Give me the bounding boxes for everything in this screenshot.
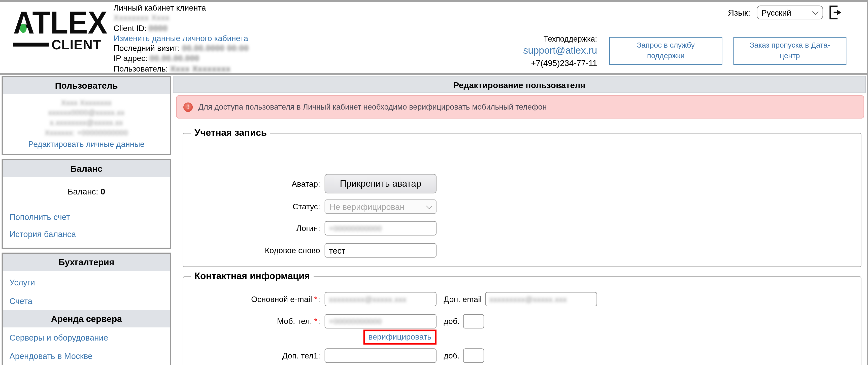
status-selected-value: Не верифицирован	[330, 202, 404, 211]
mobile-ext-input[interactable]	[463, 314, 484, 329]
ip-value: 00.00.00.000	[150, 54, 199, 63]
avatar-label: Аватар:	[189, 179, 325, 188]
user-line: Пользователь: Xxxx Xxxxxxxx	[114, 63, 249, 73]
email-value-blurred: xxxxxxxxx@xxxxx.xxx	[329, 295, 406, 303]
email-label-text: Основной e-mail	[251, 295, 312, 304]
phone1-label: Доп. тел1:	[189, 351, 325, 360]
balance-line: Баланс: 0	[8, 187, 164, 196]
account-fieldset: Учетная запись Аватар: Прикрепить аватар…	[183, 127, 862, 267]
sidebar-item-services[interactable]: Услуги	[9, 278, 164, 287]
mobile-label-text: Моб. тел.	[277, 317, 312, 326]
language-row: Язык: Русский	[728, 5, 841, 20]
codeword-input[interactable]	[325, 243, 436, 257]
login-input[interactable]: +00000000000	[325, 221, 436, 235]
email-row: Основной e-mail*: xxxxxxxxx@xxxxx.xxx До…	[189, 292, 856, 306]
chevron-down-icon	[812, 8, 818, 15]
sidebar-item-topup[interactable]: Пополнить счет	[9, 212, 164, 221]
colon: :	[318, 317, 320, 326]
support-email-link[interactable]: support@atlex.ru	[523, 45, 597, 56]
main-content: Редактирование пользователя ! Для доступ…	[173, 76, 866, 365]
login-label: Логин:	[189, 224, 325, 233]
user-panel-title: Пользователь	[3, 77, 170, 94]
edit-cabinet-link[interactable]: Изменить данные личного кабинета	[114, 34, 248, 42]
mobile-input[interactable]: +00000000000	[325, 314, 436, 329]
language-label: Язык:	[728, 7, 750, 18]
add-email-label: Доп. email	[443, 295, 482, 304]
rent-section-title: Аренда сервера	[3, 310, 170, 328]
verify-link[interactable]: верифицировать	[368, 332, 431, 341]
sidebar-item-servers[interactable]: Серверы и оборудование	[9, 333, 164, 342]
edit-personal-data-link[interactable]: Редактировать личные данные	[6, 140, 167, 148]
warning-icon: !	[183, 102, 193, 112]
logo-text: ATLEX	[13, 5, 107, 40]
account-legend: Учетная запись	[191, 127, 270, 139]
add-email-value-blurred: xxxxxxxxx@xxxxx.xxx	[489, 295, 567, 303]
portal-title: Личный кабинет клиента	[114, 3, 249, 13]
email-label: Основной e-mail*:	[189, 295, 325, 304]
user-email2-blurred: x.xxxxxxxx@xxxxx.xx	[6, 118, 167, 128]
datacenter-pass-button[interactable]: Заказ пропуска в Дата-центр	[734, 37, 846, 65]
sidebar-panel-balance: Баланс Баланс: 0 Пополнить счет История …	[2, 159, 171, 249]
user-value: Xxxx Xxxxxxxx	[170, 64, 230, 73]
balance-value: 0	[100, 187, 105, 196]
support-block: Техподдержка: support@atlex.ru +7(495)23…	[523, 34, 597, 67]
codeword-label: Кодовое слово	[189, 246, 325, 255]
sidebar-item-invoices[interactable]: Счета	[9, 297, 164, 306]
sidebar-panel-accounting: Бухгалтерия Услуги Счета Аренда сервера …	[2, 253, 171, 365]
sidebar-item-balance-history[interactable]: История баланса	[9, 229, 164, 239]
verify-row: верифицировать	[189, 330, 856, 344]
logo-green-dot-icon	[20, 24, 26, 33]
attach-avatar-button[interactable]: Прикрепить аватар	[325, 174, 436, 193]
contact-fieldset: Контактная информация Основной e-mail*: …	[183, 271, 862, 365]
status-select[interactable]: Не верифицирован	[325, 200, 436, 214]
balance-panel-title: Баланс	[3, 160, 170, 177]
user-name-blurred: Xxxx Xxxxxxxx	[6, 98, 167, 108]
mobile-value-blurred: +00000000000	[329, 317, 382, 326]
balance-panel-body: Баланс: 0 Пополнить счет История баланса	[3, 177, 170, 248]
client-id-label: Client ID:	[114, 24, 147, 32]
status-row: Статус: Не верифицирован	[189, 200, 856, 214]
required-asterisk: *	[314, 295, 317, 304]
sidebar: Пользователь Xxxx Xxxxxxxx xxxxxx0000@xx…	[2, 76, 171, 365]
colon: :	[318, 295, 320, 304]
last-visit-value: 00.00.0000 00:00	[182, 44, 249, 53]
account-info-block: Личный кабинет клиента Xxxxxxxx Xxxx Cli…	[114, 3, 249, 74]
sidebar-panel-user: Пользователь Xxxx Xxxxxxxx xxxxxx0000@xx…	[2, 76, 171, 155]
support-label: Техподдержка:	[523, 34, 597, 43]
phone1-ext-input[interactable]	[463, 348, 484, 363]
login-row: Логин: +00000000000	[189, 221, 856, 235]
user-email1-blurred: xxxxxx0000@xxxxx.xx	[6, 108, 167, 118]
phone1-input[interactable]	[325, 348, 436, 363]
logo-wordmark: ATLEX	[13, 9, 107, 37]
verify-highlight-box: верифицировать	[364, 330, 436, 344]
support-request-button[interactable]: Запрос в службу поддержки	[609, 37, 722, 65]
logout-icon[interactable]	[829, 5, 841, 20]
warning-text: Для доступа пользователя в Личный кабине…	[198, 102, 547, 111]
verification-warning: ! Для доступа пользователя в Личный каби…	[176, 95, 864, 118]
header-divider	[0, 73, 867, 75]
client-id-line: Client ID: 0000	[114, 23, 249, 33]
language-select[interactable]: Русский	[756, 5, 823, 20]
phone1-row: Доп. тел1: доб.	[189, 348, 856, 363]
last-visit-label: Последний визит:	[114, 44, 180, 53]
add-email-input[interactable]: xxxxxxxxx@xxxxx.xxx	[485, 292, 597, 306]
user-label: Пользователь:	[114, 64, 168, 73]
support-phone: +7(495)234-77-11	[523, 58, 597, 67]
top-border	[0, 0, 867, 2]
ext-label: доб.	[443, 351, 460, 360]
ip-label: IP адрес:	[114, 54, 148, 63]
mobile-label: Моб. тел.*:	[189, 317, 325, 326]
user-panel-body: Xxxx Xxxxxxxx xxxxxx0000@xxxxx.xx x.xxxx…	[3, 94, 170, 154]
language-selected-value: Русский	[762, 8, 791, 17]
client-id-value: 0000	[149, 24, 167, 32]
logo-underline	[13, 43, 49, 47]
client-name-blurred: Xxxxxxxx Xxxx	[114, 13, 249, 23]
chevron-down-icon	[426, 203, 433, 209]
codeword-row: Кодовое слово	[189, 243, 856, 257]
page-title: Редактирование пользователя	[173, 76, 866, 93]
email-input[interactable]: xxxxxxxxx@xxxxx.xxx	[325, 292, 436, 306]
required-asterisk: *	[314, 317, 317, 326]
balance-label: Баланс:	[68, 187, 98, 196]
sidebar-item-rent-moscow[interactable]: Арендовать в Москве	[9, 351, 164, 361]
last-visit-line: Последний визит: 00.00.0000 00:00	[114, 43, 249, 53]
